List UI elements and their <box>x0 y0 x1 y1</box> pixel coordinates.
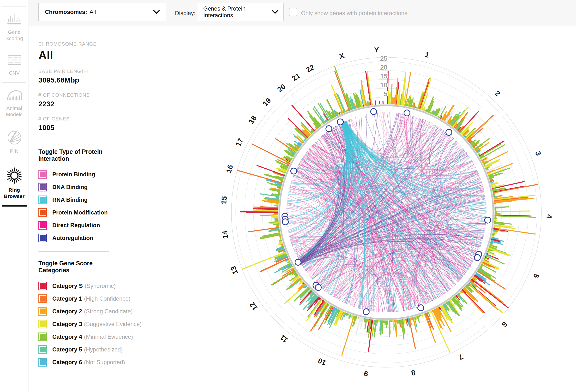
score-toggle-4[interactable]: Category 4(Minimal Evidence) <box>38 330 117 343</box>
chromosome-label-17[interactable]: 17 <box>234 137 245 147</box>
chromosome-label-11[interactable]: 11 <box>278 333 289 344</box>
gene-node[interactable] <box>282 219 288 225</box>
stats-panel: CHROMOSOME RANGE All BASE PAIR LENGTH 30… <box>38 41 117 368</box>
sidebar-item-ring-browser[interactable]: Ring Browser <box>2 161 26 206</box>
legend-swatch <box>38 208 47 217</box>
gene-node[interactable] <box>337 119 344 125</box>
ring-sun-icon <box>2 167 26 184</box>
legend-swatch-fill <box>40 347 46 352</box>
chromosome-label-19[interactable]: 19 <box>261 96 272 108</box>
chromosome-label-7[interactable]: 7 <box>458 353 465 362</box>
svg-text:5: 5 <box>384 90 387 98</box>
chromosome-label-21[interactable]: 21 <box>290 72 301 83</box>
legend-label: Autoregulation <box>52 235 93 241</box>
legend-swatch-fill <box>40 197 46 203</box>
chevron-down-icon <box>153 9 160 15</box>
legend-swatch <box>38 320 47 328</box>
chromosome-label-X[interactable]: X <box>338 51 345 60</box>
legend-swatch-fill <box>40 184 46 190</box>
sidebar-item-pin[interactable]: PIN <box>2 124 26 161</box>
chromosome-label-12[interactable]: 12 <box>248 301 259 312</box>
chromosome-label-14[interactable]: 14 <box>221 230 230 239</box>
score-toggle-3[interactable]: Category 3(Suggestive Evidence) <box>38 318 117 330</box>
chromosome-label-16[interactable]: 16 <box>225 164 234 174</box>
chromosome-label-13[interactable]: 13 <box>229 265 239 275</box>
score-legend: Category S(Syndromic)Category 1(High Con… <box>38 280 117 368</box>
chromosome-label-9[interactable]: 9 <box>364 370 369 378</box>
legend-swatch-fill <box>40 359 46 365</box>
chromosome-label-Y[interactable]: Y <box>374 46 379 54</box>
chromosomes-dropdown[interactable]: Chromosomes: All <box>38 3 166 21</box>
interaction-legend: Protein BindingDNA BindingRNA BindingPro… <box>38 168 117 244</box>
gene-node[interactable] <box>363 309 369 315</box>
interaction-toggle-3[interactable]: Protein Modification <box>38 206 117 219</box>
display-dropdown[interactable]: Genes & Protein Interactions <box>198 3 284 21</box>
genes-count-value: 1005 <box>38 124 117 132</box>
legend-note: (Suggestive Evidence) <box>84 321 142 328</box>
score-toggle-1[interactable]: Category 1(High Confidence) <box>38 292 117 305</box>
legend-swatch <box>38 170 47 179</box>
legend-swatch <box>38 234 47 242</box>
sidebar-item-animal-models[interactable]: Animal Models <box>2 82 26 124</box>
sidebar-item-gene-scoring[interactable]: Gene Scoring <box>2 6 26 48</box>
chromosome-label-20[interactable]: 20 <box>276 82 287 94</box>
gene-node[interactable] <box>371 109 377 115</box>
legend-swatch-fill <box>40 321 46 327</box>
gene-node[interactable] <box>418 305 424 311</box>
chromosome-label-3[interactable]: 3 <box>534 150 543 157</box>
gene-node[interactable] <box>474 254 480 260</box>
chromosome-label-10[interactable]: 10 <box>317 357 327 367</box>
interaction-legend-title: Toggle Type of Protein Interaction <box>38 148 117 162</box>
legend-swatch-fill <box>40 283 46 289</box>
legend-label: RNA Binding <box>52 196 87 203</box>
chromosome-label-5[interactable]: 5 <box>532 273 541 279</box>
chromosome-label-15[interactable]: 15 <box>220 196 228 204</box>
legend-note: (Minimal Evidence) <box>84 334 133 340</box>
legend-note: (Not Supported) <box>84 359 125 366</box>
sidebar-item-label: Ring Browser <box>2 187 26 200</box>
chromosome-label-2[interactable]: 2 <box>493 89 502 98</box>
display-dropdown-value: Genes & Protein Interactions <box>203 5 272 19</box>
interaction-toggle-1[interactable]: DNA Binding <box>38 181 117 193</box>
chromosome-label-8[interactable]: 8 <box>411 369 416 377</box>
gene-node[interactable] <box>291 168 297 174</box>
legend-note: (Strong Candidate) <box>84 308 133 315</box>
gene-node[interactable] <box>326 126 332 132</box>
gene-node[interactable] <box>485 217 490 223</box>
chromosome-label-22[interactable]: 22 <box>305 63 316 74</box>
gene-node[interactable] <box>404 110 410 116</box>
chromosomes-dropdown-label: Chromosomes: <box>45 9 87 15</box>
chromosome-range-value: All <box>38 49 117 62</box>
active-indicator <box>2 205 27 207</box>
chromosome-label-4[interactable]: 4 <box>545 214 553 219</box>
gene-node[interactable] <box>295 259 301 265</box>
legend-swatch-fill <box>40 334 46 340</box>
stat-label: # OF GENES <box>38 116 117 122</box>
legend-label: Category S <box>52 283 83 289</box>
stat-label: CHROMOSOME RANGE <box>38 41 117 47</box>
score-legend-title: Toggle Gene Score Categories <box>38 260 117 274</box>
animal-models-icon <box>2 89 26 102</box>
gene-node[interactable] <box>315 284 321 290</box>
chromosome-label-1[interactable]: 1 <box>424 50 430 59</box>
chromosome-label-6[interactable]: 6 <box>500 320 509 329</box>
gene-node[interactable] <box>446 129 452 135</box>
legend-swatch-fill <box>40 222 46 228</box>
legend-swatch <box>38 307 47 316</box>
score-toggle-0[interactable]: Category S(Syndromic) <box>38 280 117 292</box>
chromosome-label-18[interactable]: 18 <box>247 114 258 125</box>
score-toggle-6[interactable]: Category 6(Not Supported) <box>38 356 117 368</box>
score-toggle-5[interactable]: Category 5(Hypothesized) <box>38 343 117 356</box>
protein-interactions-checkbox[interactable] <box>289 8 297 16</box>
svg-text:25: 25 <box>380 55 387 62</box>
sidebar-item-cnv[interactable]: CNV <box>2 48 26 82</box>
interaction-toggle-2[interactable]: RNA Binding <box>38 193 117 206</box>
interaction-toggle-4[interactable]: Direct Regulation <box>38 219 117 231</box>
svg-text:15: 15 <box>380 73 387 80</box>
interaction-toggle-0[interactable]: Protein Binding <box>38 168 117 181</box>
display-label: Display: <box>175 0 195 26</box>
legend-label: Direct Regulation <box>52 222 100 229</box>
score-toggle-2[interactable]: Category 2(Strong Candidate) <box>38 305 117 318</box>
legend-swatch <box>38 282 47 290</box>
interaction-toggle-5[interactable]: Autoregulation <box>38 231 117 244</box>
